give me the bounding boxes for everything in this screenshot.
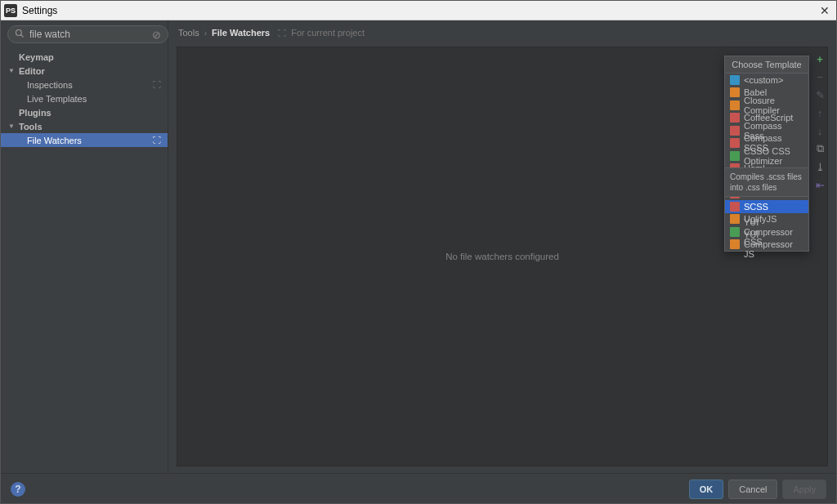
- tree-item-label: Live Templates: [27, 94, 87, 104]
- file-type-icon: [730, 239, 740, 249]
- template-item[interactable]: Closure Compiler: [725, 99, 808, 112]
- scope-label: For current project: [291, 28, 365, 38]
- file-type-icon: [730, 87, 740, 97]
- template-item-selected[interactable]: SCSS: [725, 200, 808, 213]
- search-icon: [15, 29, 25, 41]
- scope-icon: ⛶: [278, 29, 286, 38]
- copy-button[interactable]: ⧉: [813, 142, 826, 155]
- svg-point-0: [16, 29, 22, 35]
- file-type-icon: [730, 126, 740, 136]
- breadcrumb-part-active: File Watchers: [212, 28, 270, 38]
- file-watchers-panel: No file watchers configured + − ✎ ↑ ↓ ⧉ …: [177, 47, 828, 466]
- move-down-button[interactable]: ↓: [813, 124, 826, 137]
- help-button[interactable]: ?: [11, 482, 25, 497]
- ok-button[interactable]: OK: [689, 479, 724, 499]
- cancel-button[interactable]: Cancel: [728, 479, 777, 499]
- tree-item-label: Inspections: [27, 80, 73, 90]
- app-icon: PS: [4, 4, 17, 17]
- file-type-icon: [730, 227, 740, 237]
- file-type-icon: [730, 75, 740, 85]
- tree-item-label: Keymap: [19, 52, 54, 62]
- template-item[interactable]: YUI Compressor JS: [725, 239, 808, 252]
- template-item[interactable]: <custom>: [725, 74, 808, 87]
- close-button[interactable]: ✕: [817, 4, 833, 17]
- tree-item-label: Editor: [19, 66, 45, 76]
- file-type-icon: [730, 138, 740, 148]
- caret-icon: ▼: [8, 123, 15, 130]
- popup-title: Choose Template: [725, 56, 808, 74]
- tree-item[interactable]: Live Templates: [1, 91, 168, 105]
- move-up-button[interactable]: ↑: [813, 106, 826, 119]
- template-item-label: YUI Compressor JS: [744, 230, 803, 259]
- choose-template-popup: Choose Template <custom>BabelClosure Com…: [724, 56, 809, 252]
- file-type-icon: [730, 100, 740, 110]
- export-button[interactable]: ⤓: [813, 160, 826, 173]
- panel-toolbar: + − ✎ ↑ ↓ ⧉ ⤓ ⇤: [812, 50, 828, 191]
- settings-sidebar: ⊘ Keymap▼EditorInspections⛶Live Template…: [1, 20, 168, 473]
- chevron-right-icon: ›: [204, 29, 207, 38]
- search-input[interactable]: [29, 29, 152, 40]
- tree-item-selected[interactable]: File Watchers⛶: [1, 133, 168, 147]
- file-type-icon: [730, 214, 740, 224]
- tree-item-label: Plugins: [19, 108, 51, 118]
- tree-item[interactable]: Keymap: [1, 50, 168, 64]
- search-input-wrapper[interactable]: ⊘: [7, 25, 168, 43]
- scope-indicator-icon: ⛶: [153, 136, 161, 145]
- tree-item-label: File Watchers: [27, 136, 82, 145]
- svg-line-1: [21, 34, 24, 37]
- caret-icon: ▼: [8, 67, 15, 74]
- tree-item[interactable]: ▼Tools: [1, 119, 168, 133]
- template-item-label: SCSS: [744, 202, 768, 212]
- template-tooltip: Compiles .scss files into .css files: [724, 167, 809, 197]
- apply-button[interactable]: Apply: [782, 479, 826, 499]
- remove-button[interactable]: −: [813, 70, 826, 83]
- template-item-label: <custom>: [744, 75, 783, 85]
- template-item-label: Closure Compiler: [744, 96, 803, 115]
- edit-button[interactable]: ✎: [813, 88, 826, 101]
- file-type-icon: [730, 113, 740, 123]
- breadcrumb-part[interactable]: Tools: [178, 28, 199, 38]
- tree-item[interactable]: Plugins: [1, 105, 168, 119]
- file-type-icon: [730, 202, 740, 212]
- settings-tree: Keymap▼EditorInspections⛶Live TemplatesP…: [1, 48, 168, 473]
- file-type-icon: [730, 151, 740, 161]
- dialog-footer: ? OK Cancel Apply: [1, 473, 836, 504]
- titlebar: PS Settings ✕: [1, 1, 836, 20]
- scope-indicator-icon: ⛶: [153, 80, 161, 89]
- tree-item[interactable]: Inspections⛶: [1, 78, 168, 91]
- empty-state-text: No file watchers configured: [445, 252, 559, 261]
- clear-search-icon[interactable]: ⊘: [152, 29, 161, 41]
- tree-item[interactable]: ▼Editor: [1, 64, 168, 78]
- import-button[interactable]: ⇤: [813, 178, 826, 191]
- tree-item-label: Tools: [19, 122, 43, 132]
- template-item[interactable]: CSSO CSS Optimizer: [725, 149, 808, 163]
- main-panel: Tools › File Watchers ⛶ For current proj…: [168, 20, 836, 473]
- breadcrumb: Tools › File Watchers ⛶ For current proj…: [168, 20, 836, 40]
- template-item-label: CSSO CSS Optimizer: [744, 146, 803, 166]
- add-button[interactable]: +: [813, 52, 826, 65]
- window-title: Settings: [22, 5, 817, 16]
